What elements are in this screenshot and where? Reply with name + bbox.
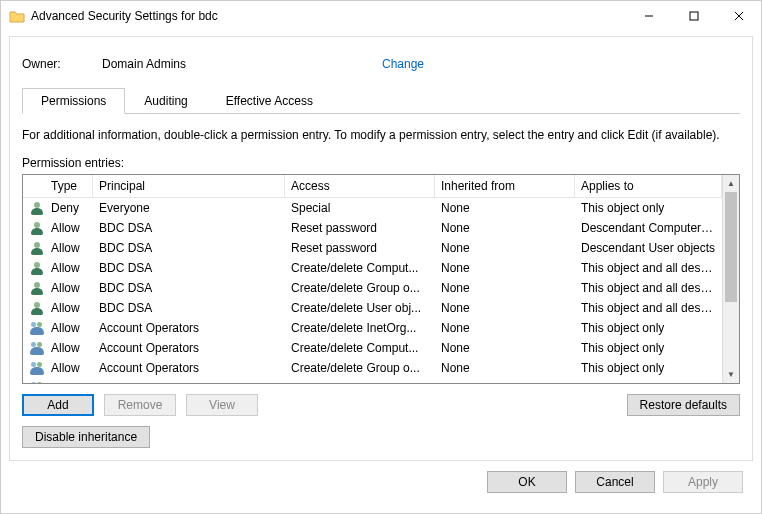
user-icon <box>29 280 45 296</box>
cell-type: Allow <box>45 380 93 383</box>
group-icon <box>29 320 45 336</box>
cell-principal: Account Operators <box>93 320 285 336</box>
cell-inherited: None <box>435 380 575 383</box>
table-row[interactable]: AllowBDC DSACreate/delete Comput...NoneT… <box>23 258 722 278</box>
vertical-scrollbar[interactable]: ▲ ▼ <box>722 175 739 383</box>
cell-principal: Print Operators <box>93 380 285 383</box>
cell-applies: Descendant Computer objects <box>575 220 722 236</box>
cell-principal: BDC DSA <box>93 220 285 236</box>
ok-button[interactable]: OK <box>487 471 567 493</box>
cell-principal: BDC DSA <box>93 240 285 256</box>
cell-type: Allow <box>45 360 93 376</box>
scroll-down-icon[interactable]: ▼ <box>723 366 739 383</box>
cell-inherited: None <box>435 240 575 256</box>
cell-type: Allow <box>45 220 93 236</box>
apply-button[interactable]: Apply <box>663 471 743 493</box>
cell-principal: Everyone <box>93 200 285 216</box>
cancel-button[interactable]: Cancel <box>575 471 655 493</box>
table-row[interactable]: AllowBDC DSAReset passwordNoneDescendant… <box>23 238 722 258</box>
cell-principal: Account Operators <box>93 360 285 376</box>
minimize-button[interactable] <box>626 1 671 31</box>
cell-access: Reset password <box>285 220 435 236</box>
svg-rect-1 <box>690 12 698 20</box>
info-text: For additional information, double-click… <box>22 128 740 142</box>
table-row[interactable]: DenyEveryoneSpecialNoneThis object only <box>23 198 722 218</box>
disable-inheritance-button[interactable]: Disable inheritance <box>22 426 150 448</box>
cell-type: Deny <box>45 200 93 216</box>
scroll-up-icon[interactable]: ▲ <box>723 175 739 192</box>
entries-label: Permission entries: <box>22 156 740 170</box>
add-button[interactable]: Add <box>22 394 94 416</box>
window-controls <box>626 1 761 31</box>
cell-applies: This object and all descendan... <box>575 300 722 316</box>
cell-type: Allow <box>45 320 93 336</box>
cell-inherited: None <box>435 340 575 356</box>
cell-inherited: None <box>435 360 575 376</box>
scroll-thumb[interactable] <box>725 192 737 302</box>
group-icon <box>29 360 45 376</box>
table-row[interactable]: AllowAccount OperatorsCreate/delete Comp… <box>23 338 722 358</box>
cell-applies: This object only <box>575 320 722 336</box>
tabstrip: Permissions Auditing Effective Access <box>22 87 740 114</box>
maximize-button[interactable] <box>671 1 716 31</box>
table-row[interactable]: AllowPrint OperatorsCreate/delete Printe… <box>23 378 722 383</box>
user-icon <box>29 260 45 276</box>
cell-access: Create/delete Printer o... <box>285 380 435 383</box>
owner-label: Owner: <box>22 57 102 71</box>
cell-type: Allow <box>45 300 93 316</box>
cell-principal: Account Operators <box>93 340 285 356</box>
cell-applies: This object and all descendan... <box>575 260 722 276</box>
cell-principal: BDC DSA <box>93 300 285 316</box>
col-header-applies[interactable]: Applies to <box>575 175 722 197</box>
table-row[interactable]: AllowBDC DSACreate/delete Group o...None… <box>23 278 722 298</box>
user-icon <box>29 200 45 216</box>
cell-access: Create/delete Group o... <box>285 280 435 296</box>
cell-inherited: None <box>435 280 575 296</box>
cell-principal: BDC DSA <box>93 280 285 296</box>
cell-applies: This object only <box>575 360 722 376</box>
table-row[interactable]: AllowBDC DSAReset passwordNoneDescendant… <box>23 218 722 238</box>
content-panel: Owner: Domain Admins Change Permissions … <box>9 36 753 461</box>
window-title: Advanced Security Settings for bdc <box>31 9 626 23</box>
col-header-type[interactable]: Type <box>45 175 93 197</box>
view-button[interactable]: View <box>186 394 258 416</box>
cell-inherited: None <box>435 220 575 236</box>
cell-access: Create/delete Comput... <box>285 340 435 356</box>
cell-type: Allow <box>45 240 93 256</box>
cell-access: Create/delete User obj... <box>285 300 435 316</box>
cell-access: Create/delete Comput... <box>285 260 435 276</box>
close-button[interactable] <box>716 1 761 31</box>
change-owner-link[interactable]: Change <box>382 57 424 71</box>
cell-applies: This object only <box>575 200 722 216</box>
remove-button[interactable]: Remove <box>104 394 176 416</box>
table-row[interactable]: AllowAccount OperatorsCreate/delete Grou… <box>23 358 722 378</box>
cell-access: Create/delete InetOrg... <box>285 320 435 336</box>
cell-type: Allow <box>45 280 93 296</box>
grid-header: Type Principal Access Inherited from App… <box>23 175 722 198</box>
cell-applies: This object only <box>575 380 722 383</box>
cell-inherited: None <box>435 260 575 276</box>
cell-type: Allow <box>45 260 93 276</box>
cell-access: Create/delete Group o... <box>285 360 435 376</box>
cell-access: Special <box>285 200 435 216</box>
user-icon <box>29 300 45 316</box>
restore-defaults-button[interactable]: Restore defaults <box>627 394 740 416</box>
col-header-inherited[interactable]: Inherited from <box>435 175 575 197</box>
col-header-access[interactable]: Access <box>285 175 435 197</box>
tab-auditing[interactable]: Auditing <box>125 88 206 114</box>
cell-applies: This object only <box>575 340 722 356</box>
owner-value: Domain Admins <box>102 57 382 71</box>
titlebar: Advanced Security Settings for bdc <box>1 1 761 31</box>
window: Advanced Security Settings for bdc Owner… <box>0 0 762 514</box>
cell-access: Reset password <box>285 240 435 256</box>
user-icon <box>29 220 45 236</box>
table-row[interactable]: AllowAccount OperatorsCreate/delete Inet… <box>23 318 722 338</box>
tab-effective-access[interactable]: Effective Access <box>207 88 332 114</box>
group-icon <box>29 340 45 356</box>
col-header-principal[interactable]: Principal <box>93 175 285 197</box>
cell-inherited: None <box>435 200 575 216</box>
cell-principal: BDC DSA <box>93 260 285 276</box>
tab-permissions[interactable]: Permissions <box>22 88 125 114</box>
user-icon <box>29 240 45 256</box>
table-row[interactable]: AllowBDC DSACreate/delete User obj...Non… <box>23 298 722 318</box>
